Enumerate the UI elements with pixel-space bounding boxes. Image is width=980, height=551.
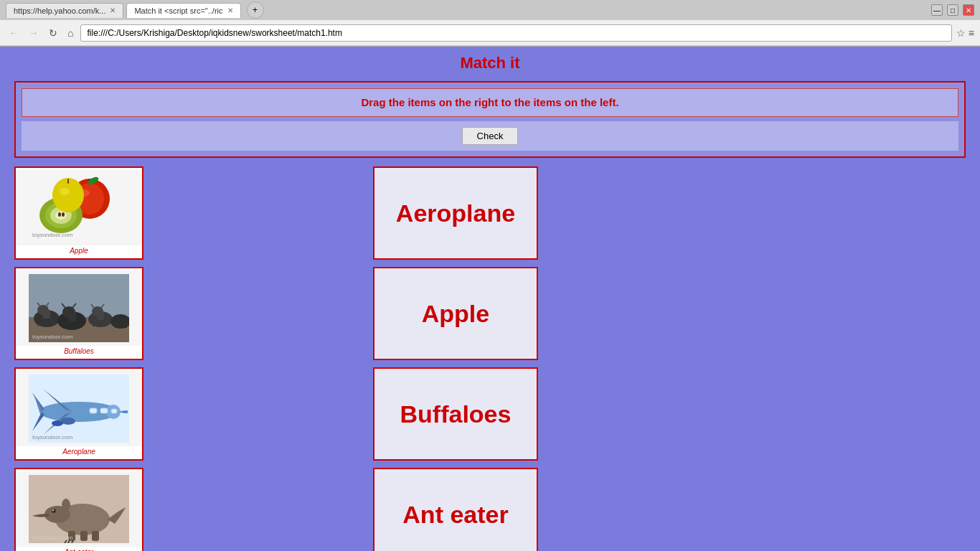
svg-point-21 <box>37 305 49 315</box>
home-button[interactable]: ⌂ <box>65 26 76 40</box>
close-button[interactable]: ✕ <box>963 4 974 16</box>
tab-label-active: Match it <script src="../ric <box>134 6 222 15</box>
buffaloes-word-card[interactable]: Buffaloes <box>373 367 538 461</box>
anteater-image-card: toysondoor.com Ant eater <box>14 468 143 551</box>
svg-point-28 <box>62 306 75 318</box>
title-bar: https://help.yahoo.com/k... ✕ Match it <… <box>0 0 980 20</box>
apple-image-area: toysondoor.com <box>16 170 142 245</box>
tab-label: https://help.yahoo.com/k... <box>14 6 105 15</box>
buffalo-image-area: toysondoor.com <box>16 270 142 346</box>
minimize-button[interactable]: — <box>931 4 943 16</box>
svg-point-8 <box>55 211 67 220</box>
svg-rect-26 <box>75 321 80 329</box>
apple-image-card: toysondoor.com Apple <box>14 166 143 260</box>
svg-rect-18 <box>37 319 42 326</box>
svg-point-49 <box>52 420 63 426</box>
buffalo-image-card: toysondoor.com Buffaloes <box>14 267 143 360</box>
svg-rect-39 <box>115 321 118 328</box>
page-content: Match it Drag the items on the right to … <box>0 47 980 551</box>
tabs-container: https://help.yahoo.com/k... ✕ Match it <… <box>6 1 264 19</box>
svg-point-56 <box>52 509 54 511</box>
svg-rect-58 <box>80 531 88 541</box>
svg-rect-13 <box>67 179 69 184</box>
new-tab-button[interactable]: + <box>247 1 264 19</box>
svg-rect-19 <box>48 319 52 326</box>
svg-rect-45 <box>90 408 97 413</box>
svg-rect-40 <box>123 321 127 328</box>
apple-label: Apple <box>70 245 88 256</box>
nav-icons: ☆ ≡ <box>956 27 974 39</box>
svg-point-54 <box>62 499 70 512</box>
svg-point-12 <box>60 188 70 195</box>
aeroplane-word-card[interactable]: Aeroplane <box>373 166 538 260</box>
window-controls: — □ ✕ <box>931 4 974 16</box>
buffalo-illustration: toysondoor.com <box>29 274 129 342</box>
instruction-text: Drag the items on the right to the items… <box>361 96 618 108</box>
address-bar[interactable] <box>80 24 951 42</box>
aeroplane-image-area: toysondoor.com <box>16 371 142 446</box>
buffaloes-word: Buffaloes <box>400 400 512 428</box>
tab-matchit[interactable]: Match it <script src="../ric ✕ <box>126 3 240 18</box>
svg-point-10 <box>62 212 65 217</box>
tab-yahoo[interactable]: https://help.yahoo.com/k... ✕ <box>6 3 123 18</box>
forward-button[interactable]: → <box>26 26 42 40</box>
left-column: toysondoor.com Apple <box>14 166 158 551</box>
star-icon[interactable]: ☆ <box>956 27 966 39</box>
matching-area: toysondoor.com Apple <box>14 166 966 551</box>
svg-rect-33 <box>103 319 107 326</box>
svg-text:toysondoor.com: toysondoor.com <box>32 534 73 541</box>
tab-close-yahoo[interactable]: ✕ <box>110 6 116 14</box>
aeroplane-word: Aeroplane <box>396 199 515 227</box>
svg-point-48 <box>61 418 75 425</box>
aeroplane-image-card: toysondoor.com Aeroplane <box>14 367 143 461</box>
instruction-row: Drag the items on the right to the items… <box>22 88 958 117</box>
check-row: Check <box>22 121 958 151</box>
apple-illustration: toysondoor.com <box>29 174 129 242</box>
apple-word-card[interactable]: Apple <box>373 267 538 360</box>
svg-text:toysondoor.com: toysondoor.com <box>32 434 73 441</box>
svg-point-55 <box>52 509 56 513</box>
apple-word: Apple <box>422 300 489 328</box>
svg-rect-32 <box>93 319 96 326</box>
page-title: Match it <box>14 54 966 72</box>
settings-icon[interactable]: ≡ <box>969 27 974 39</box>
reload-button[interactable]: ↻ <box>46 26 60 40</box>
anteater-word: Ant eater <box>402 501 508 529</box>
right-column: Aeroplane Apple Buffaloes Ant eater <box>373 166 538 551</box>
back-button[interactable]: ← <box>6 26 22 40</box>
svg-rect-47 <box>111 409 117 413</box>
svg-rect-59 <box>92 531 99 541</box>
check-button[interactable]: Check <box>462 127 519 145</box>
aeroplane-label: Aeroplane <box>62 446 95 457</box>
svg-text:toysondoor.com: toysondoor.com <box>32 232 73 238</box>
anteater-illustration: toysondoor.com <box>29 475 129 543</box>
svg-point-9 <box>58 212 61 217</box>
navigation-bar: ← → ↻ ⌂ ☆ ≡ <box>0 20 980 46</box>
anteater-word-card[interactable]: Ant eater <box>373 468 538 551</box>
svg-rect-25 <box>63 321 67 329</box>
maximize-button[interactable]: □ <box>947 4 958 16</box>
svg-text:toysondoor.com: toysondoor.com <box>32 334 73 340</box>
anteater-label: Ant eater <box>65 547 94 551</box>
buffalo-label: Buffaloes <box>64 346 94 357</box>
tab-close-matchit[interactable]: ✕ <box>227 6 233 14</box>
main-container: Drag the items on the right to the items… <box>14 81 966 158</box>
aeroplane-illustration: toysondoor.com <box>29 375 129 443</box>
svg-rect-46 <box>100 408 108 413</box>
anteater-image-area: toysondoor.com <box>16 471 142 547</box>
